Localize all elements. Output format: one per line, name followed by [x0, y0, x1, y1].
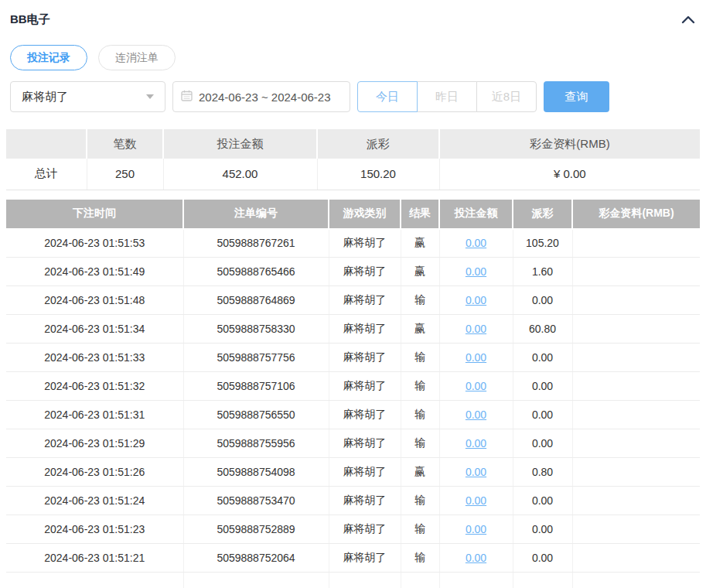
cell-ticket-id: 5059888767261: [183, 229, 329, 258]
cell-ticket-id: 5059888758330: [183, 315, 329, 344]
cell-payout: 0.00: [513, 401, 572, 429]
cell-payout: 105.20: [513, 229, 572, 258]
cell-payout: 0.00: [513, 344, 572, 372]
bet-amount-link[interactable]: 0.00: [466, 494, 486, 507]
cell-ticket-id: [183, 573, 329, 588]
cell-bet-amount: 0.00: [439, 487, 513, 515]
records-table: 下注时间 注单编号 游戏类别 结果 投注金额 派彩 彩金资料(RMB) 2024…: [6, 200, 700, 588]
cell-game-type: [329, 573, 401, 588]
cell-bonus: [572, 458, 700, 487]
quick-date-button-group: 今日 昨日 近8日: [357, 81, 537, 112]
records-header-payout: 派彩: [513, 200, 572, 229]
records-header-bet-time: 下注时间: [6, 200, 183, 229]
bet-amount-link[interactable]: 0.00: [466, 294, 486, 306]
cell-result: 赢: [401, 258, 439, 286]
cell-bet-amount: 0.00: [439, 344, 513, 372]
cell-bonus: [572, 258, 700, 286]
summary-header-bonus: 彩金资料(RMB): [439, 129, 700, 159]
summary-header-bet-amount: 投注金额: [163, 129, 317, 159]
quick-btn-yesterday[interactable]: 昨日: [417, 81, 477, 112]
cell-result: [401, 573, 439, 588]
cell-result: 赢: [401, 229, 439, 258]
table-row: 2024-06-23 01:51:245059888753470麻将胡了输0.0…: [6, 487, 700, 515]
cell-result: 赢: [401, 458, 439, 487]
date-range-value: 2024-06-23 ~ 2024-06-23: [199, 91, 331, 104]
cell-game-type: 麻将胡了: [329, 515, 401, 544]
cell-bet-time: 2024-06-23 01:51:23: [6, 515, 183, 544]
cell-bonus: [572, 487, 700, 515]
tab-bet-records[interactable]: 投注记录: [10, 45, 87, 70]
cell-result: 输: [401, 344, 439, 372]
cell-bonus: [572, 401, 700, 429]
cell-bet-amount: 0.00: [439, 544, 513, 573]
cell-bonus: [572, 429, 700, 458]
bet-amount-link[interactable]: 0.00: [466, 466, 486, 478]
bet-amount-link[interactable]: 0.00: [466, 409, 486, 421]
quick-btn-today[interactable]: 今日: [357, 81, 418, 112]
cell-bonus: [572, 286, 700, 315]
cell-bet-amount: 0.00: [439, 401, 513, 429]
cell-bonus: [572, 315, 700, 344]
summary-total-payout: 150.20: [317, 159, 439, 190]
table-row: 2024-06-23 01:51:235059888752889麻将胡了输0.0…: [6, 515, 700, 544]
cell-payout: 1.60: [513, 258, 572, 286]
cell-payout: 0.00: [513, 286, 572, 315]
records-header-bonus: 彩金资料(RMB): [572, 200, 700, 229]
cell-bet-amount: 0.00: [439, 258, 513, 286]
calendar-icon: [181, 90, 199, 104]
cell-result: 赢: [401, 315, 439, 344]
search-button[interactable]: 查询: [544, 81, 609, 112]
cell-game-type: 麻将胡了: [329, 544, 401, 573]
cell-bonus: [572, 544, 700, 573]
bet-amount-link[interactable]: 0.00: [466, 380, 486, 392]
cell-bet-time: 2024-06-23 01:51:29: [6, 429, 183, 458]
summary-total-bonus: ¥ 0.00: [439, 159, 700, 190]
date-range-picker[interactable]: 2024-06-23 ~ 2024-06-23: [172, 81, 350, 112]
bet-amount-link[interactable]: 0.00: [466, 323, 486, 335]
cell-game-type: 麻将胡了: [329, 258, 401, 286]
bet-amount-link[interactable]: 0.00: [466, 552, 486, 564]
bet-amount-link[interactable]: 0.00: [466, 437, 486, 450]
bet-amount-link[interactable]: 0.00: [466, 265, 486, 278]
cell-bonus: [572, 372, 700, 401]
records-header-row: 下注时间 注单编号 游戏类别 结果 投注金额 派彩 彩金资料(RMB): [6, 200, 700, 229]
table-row: 2024-06-23 01:51:215059888752064麻将胡了输0.0…: [6, 544, 700, 573]
cell-result: 输: [401, 429, 439, 458]
cell-bet-time: 2024-06-23 01:51:26: [6, 458, 183, 487]
caret-down-icon: [146, 94, 154, 99]
cell-bonus: [572, 573, 700, 588]
bet-amount-link[interactable]: 0.00: [466, 351, 486, 364]
collapse-chevron-up-icon[interactable]: [681, 15, 695, 24]
cell-ticket-id: 5059888754098: [183, 458, 329, 487]
cell-bet-time: [6, 573, 183, 588]
cell-game-type: 麻将胡了: [329, 401, 401, 429]
bet-amount-link[interactable]: 0.00: [466, 523, 486, 535]
cell-ticket-id: 5059888757106: [183, 372, 329, 401]
panel-title: BB电子: [10, 12, 50, 27]
quick-btn-last-8-days[interactable]: 近8日: [476, 81, 537, 112]
cell-payout: 0.80: [513, 458, 572, 487]
summary-total-bet-amount: 452.00: [163, 159, 317, 190]
cell-result: 输: [401, 401, 439, 429]
bb-dianzi-panel: BB电子 投注记录 连消注单 麻将胡了: [0, 0, 706, 588]
records-header-result: 结果: [401, 200, 439, 229]
cell-payout: 0.00: [513, 372, 572, 401]
table-row: 2024-06-23 01:51:295059888755956麻将胡了输0.0…: [6, 429, 700, 458]
cell-game-type: 麻将胡了: [329, 372, 401, 401]
table-row: 2024-06-23 01:51:495059888765466麻将胡了赢0.0…: [6, 258, 700, 286]
table-row: 2024-06-23 01:51:345059888758330麻将胡了赢0.0…: [6, 315, 700, 344]
cell-ticket-id: 5059888765466: [183, 258, 329, 286]
cell-game-type: 麻将胡了: [329, 429, 401, 458]
cell-bet-time: 2024-06-23 01:51:34: [6, 315, 183, 344]
bet-amount-link[interactable]: 0.00: [466, 237, 486, 249]
cell-ticket-id: 5059888752064: [183, 544, 329, 573]
panel-header: BB电子: [0, 0, 706, 28]
cell-bet-amount: 0.00: [439, 372, 513, 401]
summary-table: 笔数 投注金额 派彩 彩金资料(RMB) 总计 250 452.00 150.2…: [6, 129, 700, 190]
cell-game-type: 麻将胡了: [329, 487, 401, 515]
table-row: 2024-06-23 01:51:265059888754098麻将胡了赢0.0…: [6, 458, 700, 487]
table-row: 2024-06-23 01:51:325059888757106麻将胡了输0.0…: [6, 372, 700, 401]
game-select[interactable]: 麻将胡了: [10, 81, 165, 112]
tab-cancelled-tickets[interactable]: 连消注单: [98, 45, 176, 70]
cell-result: 输: [401, 286, 439, 315]
